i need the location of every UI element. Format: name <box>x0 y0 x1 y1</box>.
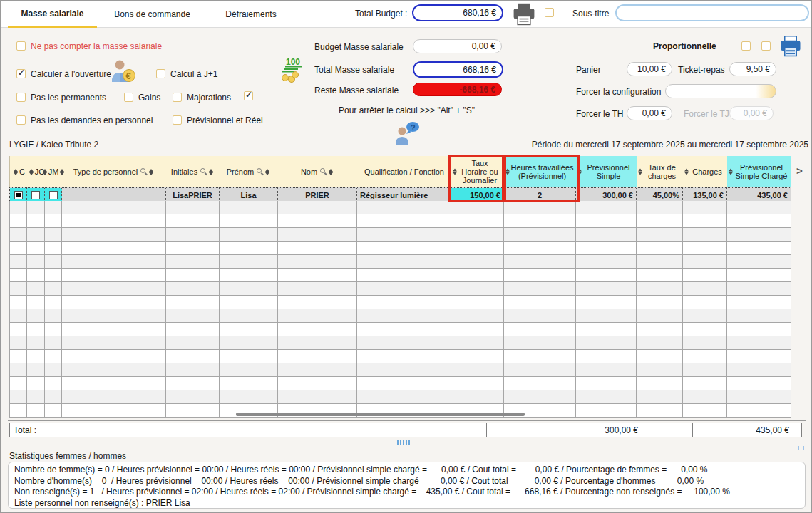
table-empty-cell[interactable] <box>683 269 727 281</box>
table-empty-cell[interactable] <box>166 350 220 363</box>
col-header-jm[interactable]: JM <box>45 156 62 187</box>
table-empty-cell[interactable] <box>683 323 727 336</box>
table-empty-cell[interactable] <box>27 323 45 336</box>
scroll-right-icon[interactable]: > <box>796 165 803 177</box>
table-empty-cell[interactable] <box>357 228 451 241</box>
col-header-type-personnel[interactable]: Type de personnel <box>62 156 166 187</box>
table-empty-cell[interactable] <box>62 336 166 349</box>
table-empty-cell[interactable] <box>62 377 166 390</box>
table-empty-cell[interactable] <box>166 309 220 322</box>
table-empty-cell[interactable] <box>576 214 637 227</box>
table-empty-cell[interactable] <box>166 404 220 417</box>
table-empty-cell[interactable] <box>45 390 62 403</box>
table-empty-cell[interactable] <box>576 404 637 417</box>
table-empty-cell[interactable] <box>62 323 166 336</box>
table-empty-cell[interactable] <box>45 201 62 214</box>
table-empty-cell[interactable] <box>504 242 576 254</box>
table-empty-cell[interactable] <box>45 404 62 417</box>
table-empty-cell[interactable] <box>220 269 278 281</box>
table-empty-cell[interactable] <box>278 214 357 227</box>
table-empty-cell[interactable] <box>220 214 278 227</box>
tab-defraiements[interactable]: Défraiements <box>207 1 294 28</box>
row-checkbox-jm[interactable] <box>49 191 58 200</box>
table-empty-cell[interactable] <box>637 228 683 241</box>
cell-taux-charges[interactable]: 45,00% <box>637 188 683 202</box>
table-empty-cell[interactable] <box>166 296 220 309</box>
table-empty-cell[interactable] <box>10 404 27 417</box>
table-empty-cell[interactable] <box>637 214 683 227</box>
table-row[interactable]: LisaPRIER Lisa PRIER Régisseur lumière 1… <box>9 187 791 202</box>
table-empty-cell[interactable] <box>451 255 504 268</box>
panier-input[interactable]: 10,00 € <box>627 62 672 76</box>
table-empty-cell[interactable] <box>166 282 220 295</box>
table-empty-cell[interactable] <box>357 255 451 268</box>
table-empty-cell[interactable] <box>62 214 166 227</box>
table-empty-cell[interactable] <box>45 323 62 336</box>
table-empty-cell[interactable] <box>637 201 683 214</box>
table-empty-cell[interactable] <box>576 242 637 254</box>
calc-open-checkbox[interactable] <box>16 69 26 78</box>
table-empty-cell[interactable] <box>727 390 791 403</box>
table-empty-cell[interactable] <box>10 228 27 241</box>
table-empty-cell[interactable] <box>504 390 576 403</box>
table-empty-cell[interactable] <box>504 214 576 227</box>
table-empty-cell[interactable] <box>683 242 727 254</box>
table-empty-cell[interactable] <box>683 404 727 417</box>
col-header-prenom[interactable]: Prénom <box>220 156 278 187</box>
table-empty-cell[interactable] <box>166 228 220 241</box>
table-empty-cell[interactable] <box>278 390 357 403</box>
table-empty-cell[interactable] <box>683 228 727 241</box>
table-empty-cell[interactable] <box>357 296 451 309</box>
table-empty-cell[interactable] <box>45 282 62 295</box>
table-empty-cell[interactable] <box>451 323 504 336</box>
table-empty-cell[interactable] <box>10 336 27 349</box>
table-empty-row[interactable] <box>10 201 791 214</box>
table-empty-cell[interactable] <box>504 323 576 336</box>
table-empty-cell[interactable] <box>504 269 576 281</box>
ticket-repas-input[interactable]: 9,50 € <box>729 62 776 76</box>
table-empty-cell[interactable] <box>504 255 576 268</box>
table-empty-cell[interactable] <box>504 377 576 390</box>
col-header-initiales[interactable]: Initiales <box>166 156 220 187</box>
table-empty-cell[interactable] <box>45 350 62 363</box>
table-empty-row[interactable] <box>10 350 791 363</box>
cell-heures-travaillees[interactable]: 2 <box>504 188 576 202</box>
table-empty-cell[interactable] <box>451 201 504 214</box>
table-empty-cell[interactable] <box>278 309 357 322</box>
table-empty-row[interactable] <box>10 255 791 269</box>
table-empty-cell[interactable] <box>357 214 451 227</box>
total-budget-input[interactable]: 680,16 € <box>412 4 503 21</box>
table-empty-cell[interactable] <box>62 282 166 295</box>
table-empty-cell[interactable] <box>278 242 357 254</box>
table-empty-cell[interactable] <box>357 201 451 214</box>
table-empty-cell[interactable] <box>45 363 62 376</box>
table-empty-cell[interactable] <box>10 390 27 403</box>
table-empty-cell[interactable] <box>637 363 683 376</box>
table-empty-cell[interactable] <box>166 336 220 349</box>
horizontal-scrollbar-thumb[interactable] <box>236 413 525 416</box>
table-empty-cell[interactable] <box>576 309 637 322</box>
row-select-cell-jc[interactable] <box>27 188 45 202</box>
cell-previsionnel-simple[interactable]: 300,00 € <box>576 188 637 202</box>
table-empty-row[interactable] <box>10 269 791 282</box>
table-empty-cell[interactable] <box>637 390 683 403</box>
table-empty-cell[interactable] <box>637 269 683 281</box>
table-empty-cell[interactable] <box>62 350 166 363</box>
table-empty-row[interactable] <box>10 377 791 390</box>
table-empty-cell[interactable] <box>27 214 45 227</box>
col-header-qualification[interactable]: Qualification / Fonction <box>357 156 451 187</box>
table-empty-row[interactable] <box>10 282 791 296</box>
table-empty-cell[interactable] <box>683 390 727 403</box>
table-empty-cell[interactable] <box>166 363 220 376</box>
table-empty-cell[interactable] <box>10 323 27 336</box>
table-empty-cell[interactable] <box>504 309 576 322</box>
table-empty-cell[interactable] <box>576 201 637 214</box>
table-empty-cell[interactable] <box>504 363 576 376</box>
table-empty-cell[interactable] <box>357 323 451 336</box>
table-empty-cell[interactable] <box>504 201 576 214</box>
table-empty-cell[interactable] <box>62 390 166 403</box>
table-empty-cell[interactable] <box>357 242 451 254</box>
col-header-nom[interactable]: Nom <box>278 156 357 187</box>
table-empty-cell[interactable] <box>683 377 727 390</box>
table-empty-cell[interactable] <box>683 255 727 268</box>
